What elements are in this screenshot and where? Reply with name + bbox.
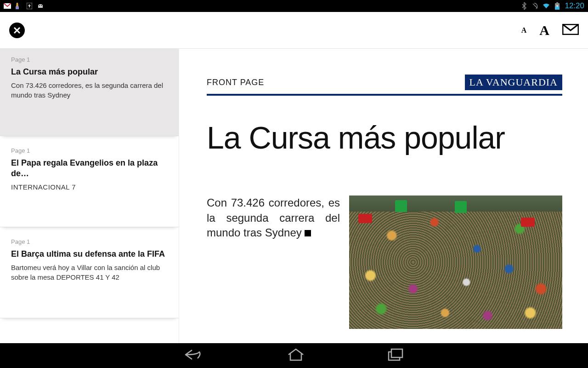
vibrate-icon <box>531 2 539 10</box>
svg-marker-1 <box>16 3 18 6</box>
clean-icon <box>15 2 22 10</box>
svg-point-5 <box>39 5 40 6</box>
list-item-title: El Papa regala Evangelios en la plaza de… <box>11 158 168 179</box>
android-status-bar: 12:20 <box>0 0 588 12</box>
toolbar-actions: A A <box>521 23 579 38</box>
android-icon <box>37 2 44 10</box>
svg-point-6 <box>41 5 42 6</box>
android-nav-bar <box>0 343 588 368</box>
article-list-sidebar[interactable]: Page 1 La Cursa más popular Con 73.426 c… <box>0 49 179 343</box>
brand-logo: LA VANGUARDIA <box>465 75 562 90</box>
status-right-group: 12:20 <box>520 1 584 11</box>
end-mark-icon <box>305 230 311 236</box>
page-label: Page 1 <box>11 238 168 245</box>
flag-decoration <box>358 214 372 223</box>
list-item[interactable]: Page 1 El Barça ultima su defensa ante l… <box>0 231 179 318</box>
status-time: 12:20 <box>565 1 584 11</box>
svg-rect-2 <box>16 6 19 9</box>
list-item-excerpt: Con 73.426 corredores, es la segunda car… <box>11 81 168 100</box>
balloon-decoration <box>455 201 467 213</box>
list-item[interactable]: Page 1 El Papa regala Evangelios en la p… <box>0 140 179 227</box>
bluetooth-icon <box>520 2 528 10</box>
font-increase-button[interactable]: A <box>539 23 549 38</box>
balloon-decoration <box>395 200 407 212</box>
article-lead: Con 73.426 corredores, es la segunda car… <box>207 196 340 329</box>
list-item-title: La Cursa más popular <box>11 67 168 77</box>
content-area: Page 1 La Cursa más popular Con 73.426 c… <box>0 49 588 343</box>
status-left-group <box>4 2 44 10</box>
download-icon <box>26 2 33 10</box>
font-decrease-button[interactable]: A <box>521 26 527 34</box>
svg-marker-4 <box>28 4 31 7</box>
wifi-icon <box>543 2 550 10</box>
lead-text: Con 73.426 corredores, es la segunda car… <box>207 196 340 239</box>
back-button[interactable] <box>184 348 204 363</box>
app-toolbar: A A <box>0 12 588 49</box>
header-divider <box>207 94 562 96</box>
list-item[interactable]: Page 1 La Cursa más popular Con 73.426 c… <box>0 49 179 136</box>
close-button[interactable] <box>9 23 25 38</box>
recents-icon <box>388 348 404 361</box>
article-title: La Cursa más popular <box>207 121 562 154</box>
home-icon <box>287 348 305 361</box>
flag-decoration <box>521 218 535 227</box>
section-label: FRONT PAGE <box>207 78 264 87</box>
gmail-icon <box>4 2 11 10</box>
battery-icon <box>554 2 561 10</box>
list-item-category: INTERNACIONAL 7 <box>11 183 168 191</box>
share-mail-button[interactable] <box>562 24 579 37</box>
article-view[interactable]: FRONT PAGE LA VANGUARDIA La Cursa más po… <box>179 49 588 343</box>
close-icon <box>13 26 21 34</box>
list-item-excerpt: Bartomeu verá hoy a Villar con la sanció… <box>11 263 168 282</box>
article-image <box>349 196 562 329</box>
svg-rect-15 <box>391 349 402 357</box>
recents-button[interactable] <box>388 348 404 363</box>
page-label: Page 1 <box>11 147 168 154</box>
crowd-photo-placeholder <box>349 196 562 329</box>
mail-icon <box>562 24 579 35</box>
article-body: Con 73.426 corredores, es la segunda car… <box>207 196 562 329</box>
list-item-title: El Barça ultima su defensa ante la FIFA <box>11 249 168 259</box>
page-label: Page 1 <box>11 56 168 63</box>
back-icon <box>184 348 204 361</box>
article-header: FRONT PAGE LA VANGUARDIA <box>207 75 562 90</box>
svg-rect-8 <box>556 2 558 3</box>
home-button[interactable] <box>287 348 305 363</box>
